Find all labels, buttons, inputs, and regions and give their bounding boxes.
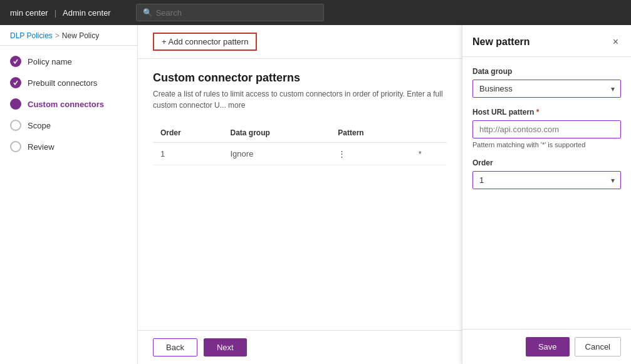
nav-separator: | [55,8,56,18]
cell-three-dots[interactable]: ⋮ [330,143,411,165]
add-connector-button[interactable]: + Add connector pattern [153,33,257,51]
content-area: + Add connector pattern Custom connector… [138,25,462,364]
sidebar: DLP Policies > New Policy Policy name Pr… [0,25,138,364]
right-panel-header: New pattern × [462,25,631,57]
sidebar-item-custom-connectors[interactable]: Custom connectors [0,93,137,115]
data-group-label: Data group [472,67,621,76]
sidebar-label-scope: Scope [28,121,51,130]
patterns-table: Order Data group Pattern 1 Ignore ⋮ * [153,123,447,165]
back-button[interactable]: Back [153,338,197,356]
check-icon-policy [10,56,21,67]
dot-icon-custom [10,98,21,110]
right-panel-title: New pattern [472,36,530,48]
host-url-field: Host URL pattern * Pattern matching with… [472,108,621,148]
content-description: Create a list of rules to limit access t… [153,88,447,111]
order-label: Order [472,159,621,167]
cell-data-group: Ignore [223,143,331,165]
breadcrumb-current: New Policy [62,31,99,40]
required-indicator: * [536,108,540,117]
main-layout: DLP Policies > New Policy Policy name Pr… [0,25,631,364]
breadcrumb: DLP Policies > New Policy [0,25,137,46]
cancel-button[interactable]: Cancel [575,337,621,356]
save-button[interactable]: Save [526,337,570,356]
host-url-input[interactable] [472,120,621,138]
empty-icon-scope [10,120,21,131]
table-row: 1 Ignore ⋮ * [153,143,447,165]
nav-items: Policy name Prebuilt connectors Custom c… [0,46,137,162]
cell-order: 1 [153,143,223,165]
table-body: 1 Ignore ⋮ * [153,143,447,165]
sidebar-label-custom: Custom connectors [28,100,104,109]
sidebar-item-review[interactable]: Review [0,136,137,157]
table-header: Order Data group Pattern [153,123,447,143]
sidebar-label-review: Review [28,142,55,152]
data-group-field: Data group Business Non-Business Blocked… [472,67,621,98]
content-footer: Back Next [138,330,462,364]
data-group-select[interactable]: Business Non-Business Blocked Ignore [472,80,621,98]
data-group-select-wrapper: Business Non-Business Blocked Ignore [472,80,621,98]
content-body: Custom connector patterns Create a list … [138,59,462,330]
app-title: min center | Admin center [10,8,111,18]
right-panel: New pattern × Data group Business Non-Bu… [462,25,631,364]
right-panel-footer: Save Cancel [462,329,631,364]
col-pattern: Pattern [330,123,411,143]
right-panel-body: Data group Business Non-Business Blocked… [462,57,631,329]
content-title: Custom connector patterns [153,71,447,85]
sidebar-item-prebuilt-connectors[interactable]: Prebuilt connectors [0,72,137,93]
check-icon-prebuilt [10,77,21,88]
next-button[interactable]: Next [204,338,247,356]
breadcrumb-sep: > [55,31,60,40]
col-data-group: Data group [223,123,331,143]
search-icon: 🔍 [143,8,152,17]
top-nav: min center | Admin center 🔍 [0,0,631,25]
nav-part2: Admin center [63,8,111,18]
host-url-label: Host URL pattern * [472,108,621,117]
sidebar-label-prebuilt: Prebuilt connectors [28,78,97,88]
sidebar-item-policy-name[interactable]: Policy name [0,51,137,72]
col-order: Order [153,123,223,143]
col-actions [411,123,447,143]
empty-icon-review [10,141,21,152]
breadcrumb-link[interactable]: DLP Policies [10,31,53,40]
close-button[interactable]: × [610,35,621,49]
order-field: Order 1 2 3 [472,159,621,189]
search-input[interactable] [156,8,317,18]
cell-pattern: * [411,143,447,165]
order-select-wrapper: 1 2 3 [472,171,621,189]
host-url-hint: Pattern matching with '*' is supported [472,141,621,148]
content-toolbar: + Add connector pattern [138,25,462,59]
search-bar[interactable]: 🔍 [136,4,324,21]
nav-part1: min center [10,8,48,18]
order-select[interactable]: 1 2 3 [472,171,621,189]
sidebar-label-policy-name: Policy name [28,57,72,66]
sidebar-item-scope[interactable]: Scope [0,115,137,136]
